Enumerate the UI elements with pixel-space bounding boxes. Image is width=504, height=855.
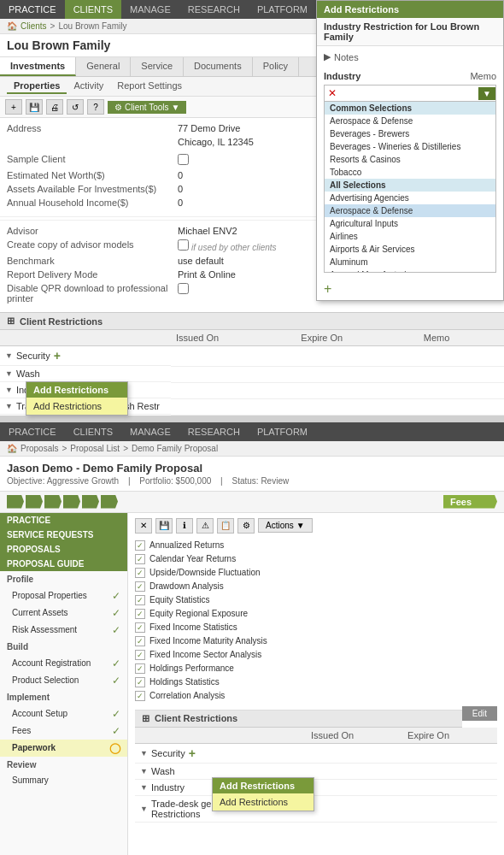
sub-tab-properties[interactable]: Properties [7, 79, 67, 94]
common-selections-header: Common Selections [325, 102, 495, 115]
cb-fi-sector[interactable] [135, 650, 145, 660]
cb-holdings-stats[interactable] [135, 677, 145, 687]
row-arrow: ▼ [5, 369, 13, 378]
sidebar-item-risk-assessment[interactable]: Risk Assessment ✓ [0, 622, 127, 639]
dropdown-item-apparel-mfg[interactable]: Apparel Manufacturing [325, 268, 495, 272]
progress-step-5[interactable] [82, 495, 99, 509]
refresh-btn[interactable]: ↺ [67, 99, 84, 115]
sidebar-item-current-assets[interactable]: Current Assets ✓ [0, 604, 127, 622]
context-menu-bottom-item[interactable]: Add Restrictions [213, 793, 314, 811]
cb-calendar[interactable] [135, 554, 145, 564]
bottom-breadcrumb-sep1: > [62, 444, 67, 453]
bottom-nav-clients[interactable]: CLIENTS [65, 422, 121, 441]
nav-practice[interactable]: PRACTICE [0, 0, 65, 19]
sidebar-item-product-selection[interactable]: Product Selection ✓ [0, 672, 127, 689]
client-tools-btn[interactable]: ⚙ Client Tools ▼ [108, 101, 186, 114]
action-close[interactable]: ✕ [135, 518, 152, 534]
sidebar-proposal-guide[interactable]: PROPOSAL GUIDE [0, 557, 127, 571]
dropdown-item-airlines[interactable]: Airlines [325, 230, 495, 243]
edit-button[interactable]: Edit [462, 706, 497, 721]
add-security-btn[interactable]: + [54, 349, 61, 363]
cb-correlation[interactable] [135, 691, 145, 701]
bottom-nav-practice[interactable]: PRACTICE [0, 422, 65, 441]
sidebar-item-account-registration[interactable]: Account Registration ✓ [0, 655, 127, 672]
breadcrumb-clients[interactable]: Clients [21, 21, 47, 31]
copy-models-checkbox[interactable] [178, 239, 189, 251]
copy-models-note: if used by other clients [191, 243, 277, 252]
bottom-breadcrumb-proposal-list[interactable]: Proposal List [70, 444, 120, 453]
sidebar-practice[interactable]: PRACTICE [0, 513, 127, 528]
add-industry-row[interactable]: + [317, 280, 503, 300]
dropdown-list[interactable]: Common Selections Aerospace & Defense Be… [325, 101, 495, 272]
action-settings[interactable]: ⚙ [237, 518, 255, 534]
context-menu-add-restrictions[interactable]: Add Restrictions [26, 398, 127, 415]
dropdown-item-advertising[interactable]: Advertising Agencies [325, 192, 495, 204]
cb-upside[interactable] [135, 568, 145, 578]
cb-equity-regional[interactable] [135, 609, 145, 619]
add-btn[interactable]: + [5, 99, 22, 115]
sub-tab-activity[interactable]: Activity [67, 79, 110, 94]
bottom-breadcrumb-proposals[interactable]: Proposals [21, 444, 58, 453]
help-btn[interactable]: ? [87, 99, 104, 115]
check-icon-2: ✓ [112, 624, 120, 636]
progress-step-2[interactable] [26, 495, 43, 509]
action-copy[interactable]: 📋 [217, 518, 234, 534]
dropdown-item-aerospace2[interactable]: Aerospace & Defense [325, 204, 495, 217]
row-arrow: ▼ [5, 386, 13, 394]
qpr-checkbox[interactable] [178, 283, 189, 294]
nav-manage[interactable]: MANAGE [121, 0, 179, 19]
progress-step-3[interactable] [44, 495, 62, 509]
table-row: ▼ Wash Add Restrictions Add Restrictions [135, 764, 497, 780]
bottom-breadcrumb-current: Demo Family Proposal [132, 444, 218, 453]
cb-drawdown[interactable] [135, 581, 145, 592]
nav-platform[interactable]: PLATFORM [249, 0, 316, 19]
cb-equity-stats[interactable] [135, 595, 145, 605]
dropdown-toggle[interactable]: ▼ [478, 87, 495, 100]
add-security-btn-bottom[interactable]: + [189, 746, 196, 760]
sample-client-checkbox[interactable] [178, 154, 189, 165]
sidebar-proposals[interactable]: PROPOSALS [0, 542, 127, 557]
bottom-nav-manage[interactable]: MANAGE [121, 422, 179, 441]
nav-clients[interactable]: CLIENTS [65, 0, 121, 19]
dropdown-item-wineries[interactable]: Beverages - Wineries & Distilleries [325, 140, 495, 153]
actions-dropdown[interactable]: Actions ▼ [258, 518, 313, 533]
progress-step-4[interactable] [63, 495, 80, 509]
all-selections-header: All Selections [325, 179, 495, 192]
nav-research[interactable]: RESEARCH [179, 0, 249, 19]
dropdown-clear[interactable]: ✕ [325, 86, 340, 101]
sidebar-service-requests[interactable]: SERVICE REQUESTS [0, 528, 127, 542]
sidebar-item-summary[interactable]: Summary [0, 773, 127, 787]
sidebar-item-paperwork[interactable]: Paperwork ◯ [0, 740, 127, 757]
dropdown-item-aluminum[interactable]: Aluminum [325, 256, 495, 268]
sidebar-item-proposal-properties[interactable]: Proposal Properties ✓ [0, 587, 127, 604]
tab-investments[interactable]: Investments [0, 57, 76, 76]
progress-step-6[interactable] [101, 495, 118, 509]
action-warning[interactable]: ⚠ [196, 518, 214, 534]
bottom-nav-platform[interactable]: PLATFORM [249, 422, 316, 441]
sidebar-item-fees[interactable]: Fees ✓ [0, 722, 127, 740]
cb-holdings-perf[interactable] [135, 663, 145, 674]
dropdown-item-tobacco[interactable]: Tobacco [325, 166, 495, 179]
tab-policy[interactable]: Policy [253, 57, 299, 76]
sidebar-item-account-setup[interactable]: Account Setup ✓ [0, 705, 127, 722]
progress-step-1[interactable] [7, 495, 24, 509]
sub-tab-report-settings[interactable]: Report Settings [110, 79, 189, 94]
action-info[interactable]: ℹ [176, 518, 193, 534]
cb-fi-stats[interactable] [135, 622, 145, 633]
save-btn[interactable]: 💾 [26, 99, 43, 115]
dropdown-item-resorts[interactable]: Resorts & Casinos [325, 153, 495, 166]
dropdown-item-aerospace[interactable]: Aerospace & Defense [325, 115, 495, 127]
col-type-b [135, 728, 306, 744]
dropdown-item-brewers[interactable]: Beverages - Brewers [325, 127, 495, 140]
cb-fi-maturity[interactable] [135, 636, 145, 646]
action-save[interactable]: 💾 [155, 518, 173, 534]
print-btn[interactable]: 🖨 [46, 99, 63, 115]
dropdown-item-agri[interactable]: Agricultural Inputs [325, 217, 495, 230]
cb-annualized[interactable] [135, 540, 145, 551]
dropdown-item-airports[interactable]: Airports & Air Services [325, 243, 495, 256]
tab-documents[interactable]: Documents [184, 57, 253, 76]
tab-service[interactable]: Service [131, 57, 184, 76]
bottom-nav-research[interactable]: RESEARCH [179, 422, 249, 441]
tab-general[interactable]: General [76, 57, 131, 76]
restrictions-header: ⊞ Client Restrictions [0, 312, 504, 330]
